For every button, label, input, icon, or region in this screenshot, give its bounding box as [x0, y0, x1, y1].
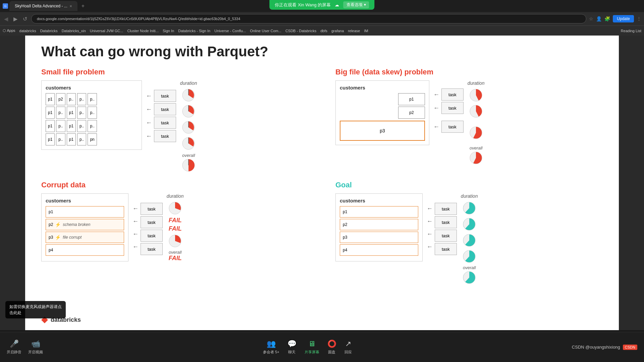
fail-label-2: FAIL: [169, 225, 182, 232]
back-btn[interactable]: ◀: [3, 14, 9, 23]
reaction-btn[interactable]: ↗ 回应: [344, 340, 352, 355]
arrow-icon: ←: [146, 103, 152, 115]
fail-label-1: FAIL: [169, 217, 182, 224]
big-p1-cell: p1: [398, 93, 425, 105]
refresh-btn[interactable]: ↺: [21, 14, 29, 23]
taskbar-video-btn[interactable]: 📹 开启视频: [28, 340, 43, 355]
url-text: docs.google.com/presentation/d/1ljSZfGsZ…: [37, 17, 240, 21]
update-button[interactable]: Update: [613, 15, 634, 22]
partition-cell: p..: [67, 93, 76, 105]
pie-chart: [181, 120, 196, 135]
arrow-icon: ←: [132, 203, 139, 214]
partition-cell: p..: [56, 133, 65, 145]
task-box: task: [141, 203, 163, 215]
bookmark-csdb[interactable]: CSDB - Databricks: [285, 29, 316, 33]
goal-p1-cell: p1: [340, 206, 418, 218]
partition-cell: p..: [56, 120, 65, 132]
bookmark-databricks-2[interactable]: Databricks: [40, 29, 58, 33]
corrupt-p3-cell: p3 ⚡ file corrupt: [46, 232, 124, 243]
overall-label: overall: [463, 265, 476, 270]
participants-btn[interactable]: 👥 参会者 5+: [263, 340, 279, 355]
chat-btn[interactable]: 💬 聊天: [287, 340, 297, 355]
bookmark-jvm[interactable]: Universal JVM GC...: [90, 29, 123, 33]
corrupt-p1-cell: p1: [46, 206, 124, 218]
forward-btn[interactable]: ▶: [12, 14, 19, 23]
slide-title: What can go wrong with Parquet?: [41, 44, 603, 60]
arrow-icon: ←: [146, 117, 152, 129]
bookmark-signin[interactable]: Sign In: [163, 29, 174, 33]
bookmark-dbfs[interactable]: dbfs: [320, 29, 327, 33]
participants-icon: 👥: [267, 340, 276, 348]
goal-p4-cell: p4: [340, 244, 418, 256]
partition-cell: pn: [88, 133, 97, 145]
taskbar-right: CSDN @ouyangshixiong CSDN: [572, 345, 637, 350]
bookmark-star-icon[interactable]: ☆: [589, 16, 593, 21]
address-bar[interactable]: docs.google.com/presentation/d/1ljSZfGsZ…: [31, 14, 586, 23]
bookmark-online[interactable]: Online User Com...: [250, 29, 281, 33]
overall-label: overall: [169, 250, 181, 255]
record-icon: ⭕: [327, 340, 336, 348]
bookmark-im[interactable]: IM: [364, 29, 368, 33]
bookmark-databricks-xin[interactable]: Databricks_xin: [62, 29, 86, 33]
arrow-icon: ←: [132, 241, 139, 252]
record-btn[interactable]: ⭕ 圆盘: [327, 340, 336, 355]
bookmark-grafana[interactable]: grafana: [331, 29, 344, 33]
pie-chart: [168, 201, 182, 216]
overall-label: overall: [470, 145, 482, 150]
big-file-customers-label: customers: [340, 85, 425, 90]
taskbar: 🎤 开启静音 📹 开启视频 👥 参会者 5+ 💬 聊天 🖥 片享屏幕 ⭕ 圆盘 …: [0, 332, 644, 362]
pie-chart-green: [462, 233, 477, 248]
bookmark-apps[interactable]: ⬡ Apps: [3, 28, 15, 33]
share-screen-label: 片享屏幕: [305, 350, 319, 355]
bookmark-universe[interactable]: Universe - Conflu...: [214, 29, 246, 33]
cloud-icon: ☁: [335, 2, 339, 7]
partition-cell: p..: [77, 93, 86, 105]
profile-icon[interactable]: 👤: [596, 16, 602, 21]
arrow-icon: ←: [427, 203, 433, 214]
task-box: task: [435, 230, 457, 242]
corrupt-customers-label: customers: [46, 198, 124, 203]
screen-share-options-btn[interactable]: 查看选项 ▾: [343, 1, 369, 8]
new-tab-btn[interactable]: +: [79, 3, 87, 9]
extensions-icon[interactable]: 🧩: [604, 16, 610, 21]
task-box: task: [154, 90, 176, 102]
record-label: 圆盘: [328, 350, 335, 355]
bookmark-release[interactable]: release: [348, 29, 360, 33]
right-panel: [619, 36, 644, 330]
goal-customers-label: customers: [340, 198, 418, 203]
taskbar-mute-btn[interactable]: 🎤 开启静音: [7, 340, 21, 355]
taskbar-center: 👥 参会者 5+ 💬 聊天 🖥 片享屏幕 ⭕ 圆盘 ↗ 回应: [263, 340, 352, 355]
task-box: task: [141, 230, 163, 242]
partition-cell: p1: [46, 133, 55, 145]
share-screen-btn[interactable]: 🖥 片享屏幕: [305, 340, 319, 355]
tab-close-btn[interactable]: ✕: [69, 4, 72, 8]
share-screen-icon: 🖥: [308, 340, 316, 348]
pie-chart-green: [462, 201, 477, 216]
partition-cell: p1: [46, 93, 55, 105]
pie-chart: [469, 88, 483, 103]
corrupt-p4-cell: p4: [46, 244, 124, 256]
arrow-icon: ←: [427, 228, 433, 240]
partition-cell: p..: [56, 107, 65, 119]
small-file-customers-box: customers p1 p2 p.. p.. p.. p1: [41, 80, 142, 150]
bookmark-databricks-signin[interactable]: Databricks - Sign In: [178, 29, 210, 33]
goal-p3-cell: p3: [340, 232, 418, 243]
partition-cell: p..: [77, 120, 86, 132]
big-file-section: Big file (data skew) problem customers p…: [335, 68, 603, 173]
partition-cell: p..: [88, 107, 97, 119]
active-tab[interactable]: SkyHoaII Delta Advanced - ... ✕: [9, 1, 77, 11]
participants-label: 参会者 5+: [263, 350, 279, 355]
bookmark-cluster[interactable]: Cluster Node Initi...: [127, 29, 159, 33]
pie-chart: [168, 234, 182, 248]
csdn-badge: CSDN: [623, 345, 637, 350]
csdn-text: CSDN @ouyangshixiong: [572, 345, 620, 350]
bookmark-databricks-1[interactable]: databricks: [19, 29, 36, 33]
task-box: task: [435, 216, 457, 228]
task-box: task: [435, 243, 457, 255]
mic-tooltip-text: 如需切换麦克风或扬声器请点击此处: [9, 304, 62, 315]
chat-icon: 💬: [287, 340, 297, 348]
mute-label: 开启静音: [7, 350, 21, 355]
reading-list-btn[interactable]: Reading List: [621, 29, 641, 33]
more-options-icon[interactable]: ⋮: [637, 16, 641, 21]
duration-label: duration: [461, 193, 478, 199]
